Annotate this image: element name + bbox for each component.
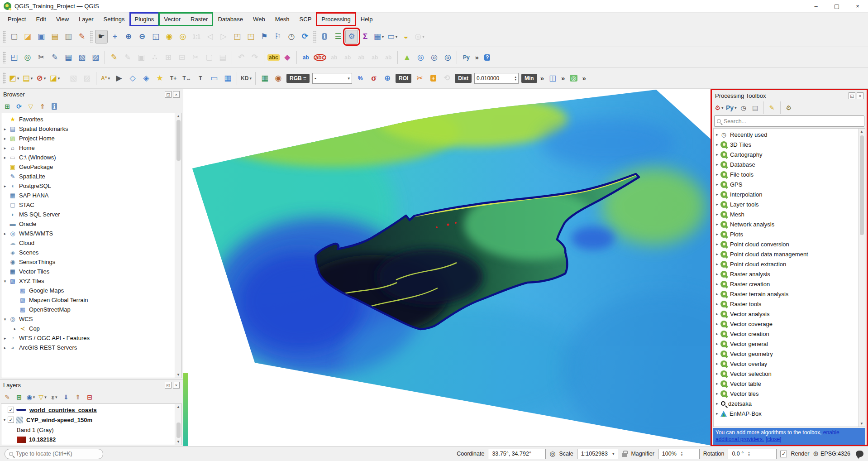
- processing-item-vector-geometry[interactable]: ▸Vector geometry: [714, 349, 858, 359]
- dock-toggle-button[interactable]: ◫: [546, 72, 559, 85]
- options-wrench-button[interactable]: ⚙: [783, 102, 794, 113]
- scp-redo-roi-button[interactable]: ⟲: [440, 72, 453, 85]
- add-group-button[interactable]: ⊞: [14, 392, 24, 403]
- edit-features-in-place-button[interactable]: ✎: [767, 102, 777, 113]
- spinner-arrows[interactable]: ▴▾: [512, 76, 517, 81]
- expand-arrow-icon[interactable]: ▸: [1, 146, 9, 150]
- expand-arrow-icon[interactable]: ▸: [714, 361, 720, 366]
- processing-item-layer-tools[interactable]: ▸Layer tools: [714, 199, 858, 209]
- toolbar-grip-handle[interactable]: [90, 31, 93, 43]
- zoom-to-layer-button[interactable]: ◎: [176, 30, 189, 43]
- scp-rgb-combo[interactable]: -▾: [312, 73, 352, 84]
- layer-item-world-countries-coasts[interactable]: ✓world_countries_coasts: [1, 405, 175, 415]
- results-viewer-button[interactable]: ▤: [750, 102, 761, 113]
- browser-item-wcs[interactable]: ▾◎WCS: [1, 314, 175, 324]
- map-canvas[interactable]: [183, 89, 711, 446]
- menu-view[interactable]: View: [51, 13, 74, 26]
- expand-arrow-icon[interactable]: ▸: [714, 172, 720, 177]
- expand-arrow-icon[interactable]: ▸: [714, 132, 720, 137]
- extents-toggle-icon[interactable]: ◎: [549, 450, 555, 458]
- expand-arrow-icon[interactable]: ▸: [714, 381, 720, 386]
- crs-indicator[interactable]: ⊕EPSG:4326: [813, 450, 850, 458]
- pan-map-button[interactable]: ☛: [95, 30, 108, 43]
- change-label-properties-button[interactable]: ab: [382, 51, 395, 64]
- python-scripts-button[interactable]: Py▾: [725, 102, 737, 113]
- browser-item-home[interactable]: ▸⌂Home: [1, 143, 175, 153]
- processing-item-point-cloud-data-management[interactable]: ▸Point cloud data management: [714, 249, 858, 259]
- expand-arrow-icon[interactable]: ▸: [714, 142, 720, 147]
- digitize-with-segment-button[interactable]: ∴: [148, 51, 161, 64]
- locate-box[interactable]: [5, 449, 103, 459]
- spinner-arrows[interactable]: ▴▾: [744, 451, 750, 456]
- filter-browser-button[interactable]: ▽: [25, 101, 36, 112]
- label-toolbar-highlight-button[interactable]: abc: [313, 51, 327, 64]
- show-spatial-bookmarks-button[interactable]: ⚐: [272, 30, 284, 43]
- filter-by-expression-button[interactable]: ε▾: [49, 392, 60, 403]
- expand-arrow-icon[interactable]: ▸: [714, 282, 720, 286]
- new-virtual-layer-button[interactable]: ▧: [76, 51, 88, 64]
- spin-down-icon[interactable]: ▾: [515, 78, 517, 81]
- run-feature-action-button[interactable]: ◎▾: [413, 30, 426, 43]
- expand-arrow-icon[interactable]: ▸: [1, 231, 9, 236]
- processing-item-cartography[interactable]: ▸Cartography: [714, 149, 858, 159]
- globe-view-button[interactable]: ◎: [441, 51, 454, 64]
- scroll-down-icon[interactable]: ▼: [176, 439, 180, 445]
- scroll-thumb[interactable]: [176, 423, 181, 438]
- layers-scrollbar[interactable]: ▲ ▼: [175, 404, 181, 445]
- expand-arrow-icon[interactable]: ▸: [714, 351, 720, 356]
- zoom-native-button[interactable]: 1:1: [190, 30, 203, 43]
- copy-features-button[interactable]: ▢: [203, 51, 215, 64]
- processing-item-vector-selection[interactable]: ▸Vector selection: [714, 369, 858, 379]
- browser-item-mapzen-global-terrain[interactable]: ▩Mapzen Global Terrain: [1, 295, 175, 305]
- expand-arrow-icon[interactable]: ▾: [1, 418, 8, 422]
- zoom-next-button[interactable]: ▷: [217, 30, 230, 43]
- processing-item-vector-overlay[interactable]: ▸Vector overlay: [714, 359, 858, 369]
- redo-button[interactable]: ↷: [248, 51, 261, 64]
- metasearch-button[interactable]: ◎: [414, 51, 427, 64]
- undo-button[interactable]: ↶: [235, 51, 248, 64]
- menu-settings[interactable]: Settings: [99, 13, 130, 26]
- layer-item-cyp-wind-speed-150m[interactable]: ▾✓CYP_wind-speed_150m: [1, 415, 175, 425]
- paste-features-button[interactable]: ▤: [216, 51, 229, 64]
- move-label-button[interactable]: ab: [355, 51, 367, 64]
- toolbar-overflow-button[interactable]: »: [473, 53, 480, 61]
- menu-project[interactable]: Project: [3, 13, 31, 26]
- maximize-button[interactable]: ▢: [826, 0, 847, 13]
- render-checkbox[interactable]: ✓: [780, 451, 787, 457]
- processing-item-point-cloud-conversion[interactable]: ▸Point cloud conversion: [714, 239, 858, 249]
- browser-item-favorites[interactable]: ★Favorites: [1, 115, 175, 124]
- processing-item-mesh[interactable]: ▸Mesh: [714, 209, 858, 219]
- georeferencer-button[interactable]: ◎: [21, 51, 34, 64]
- expand-arrow-icon[interactable]: ▸: [714, 312, 720, 316]
- expand-arrow-icon[interactable]: ▸: [1, 127, 9, 131]
- toolbar-overflow-button[interactable]: »: [560, 74, 566, 82]
- select-features-by-value-button[interactable]: ▤▾: [21, 72, 34, 85]
- expand-arrow-icon[interactable]: ▸: [714, 232, 720, 236]
- expand-arrow-icon[interactable]: ▸: [1, 136, 9, 141]
- browser-item-sap-hana[interactable]: ▦SAP HANA: [1, 191, 175, 200]
- create-annotation-line-button[interactable]: ◈: [140, 72, 153, 85]
- expand-arrow-icon[interactable]: ▸: [1, 184, 9, 188]
- scp-spectral-plot-button[interactable]: ▲: [401, 51, 413, 64]
- filter-legend-button[interactable]: ▽▾: [37, 392, 48, 403]
- measure-line-button[interactable]: ▭▾: [386, 30, 399, 43]
- expand-arrow-icon[interactable]: ▸: [714, 302, 720, 306]
- browser-item-stac[interactable]: ▢STAC: [1, 200, 175, 210]
- layer-labeling-options-button[interactable]: abc: [267, 51, 280, 64]
- expand-arrow-icon[interactable]: ▸: [714, 152, 720, 157]
- processing-item-vector-coverage[interactable]: ▸Vector coverage: [714, 319, 858, 329]
- menu-processing[interactable]: Processing: [316, 13, 355, 26]
- expand-arrow-icon[interactable]: ▸: [714, 222, 720, 226]
- style-manager-button[interactable]: ✎: [76, 30, 88, 43]
- python-console-button[interactable]: Py: [460, 51, 472, 64]
- scroll-thumb[interactable]: [860, 135, 864, 235]
- zoom-to-selection-button[interactable]: ◉: [163, 30, 176, 43]
- save-project-button[interactable]: ▣: [35, 30, 48, 43]
- browser-item-spatialite[interactable]: ✎SpatiaLite: [1, 172, 175, 181]
- processing-item-recently-used[interactable]: ▸◷Recently used: [714, 130, 858, 139]
- add-record-button[interactable]: ⊞: [162, 51, 175, 64]
- zoom-full-button[interactable]: ◱: [149, 30, 162, 43]
- new-shapefile-layer-button[interactable]: ✎: [48, 51, 61, 64]
- minimize-button[interactable]: –: [806, 0, 826, 13]
- menu-database[interactable]: Database: [213, 13, 248, 26]
